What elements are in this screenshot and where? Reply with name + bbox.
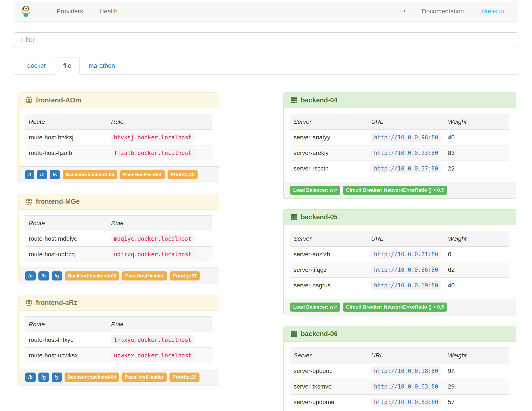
route-row: route-host-btvksjbtvksj.docker.localhost [25, 130, 212, 145]
tab-file-link[interactable]: file [55, 57, 80, 75]
column-header-rule: Rule [107, 215, 212, 231]
url-cell: http://10.0.0.21:80 [368, 246, 444, 262]
backend-panel-body: Server URL Weight server-aozfzbhttp://10… [284, 225, 516, 299]
config-label: Priority:29 [170, 372, 200, 382]
navbar-left-links: Providers Health [48, 1, 126, 21]
rule-cell: btvksj.docker.localhost [107, 130, 212, 145]
server-row: server-rscctnhttp://10.0.0.57:8022 [290, 161, 509, 176]
nav-item-root-slash[interactable]: / [395, 1, 413, 21]
servers-table: Server URL Weight server-opbuophttp://10… [290, 347, 509, 410]
nav-item-health[interactable]: Health [91, 1, 126, 21]
server-name: server-updome [290, 394, 368, 410]
rule-code: btvksj.docker.localhost [111, 133, 194, 142]
column-header-weight: Weight [444, 114, 509, 130]
backend-panel: backend-05 Server URL Weight server-aozf… [283, 209, 516, 316]
url-cell: http://10.0.0.57:80 [368, 161, 444, 176]
servers-table-header-row: Server URL Weight [290, 231, 509, 246]
routes-table-header-row: Route Rule [25, 317, 212, 332]
route-name: route-host-btvksj [25, 130, 107, 145]
server-icon [290, 97, 297, 104]
rule-cell: ucwksx.docker.localhost [107, 348, 212, 363]
server-row: server-jifqgzhttp://10.0.0.86:8062 [290, 262, 509, 278]
routes-table: Route Rule route-host-btvksjbtvksj.docke… [25, 114, 212, 161]
panel-footer: Load Balancer: wrrCircuit Breaker: Netwo… [284, 182, 516, 198]
tab-docker-link[interactable]: docker [19, 57, 55, 75]
column-header-url: URL [368, 231, 444, 246]
route-row: route-host-udtrzqudtrzq.docker.localhost [25, 246, 212, 262]
column-header-url: URL [368, 114, 444, 130]
nav-item-providers[interactable]: Providers [48, 1, 91, 21]
rule-code: lntxye.docker.localhost [111, 335, 194, 344]
traefik-logo-icon [21, 6, 31, 17]
panel-title: frontend-AOm [36, 96, 81, 104]
path-label: /t [25, 170, 34, 179]
backend-config-label: Load Balancer: wrr [290, 186, 340, 195]
servers-table: Server URL Weight server-anatyyhttp://10… [290, 114, 509, 176]
path-label: /s [50, 170, 60, 179]
config-label: Priority:40 [168, 170, 198, 179]
servers-table-header-row: Server URL Weight [290, 348, 509, 363]
route-name: route-host-lntxye [25, 332, 107, 348]
provider-tabs: docker file marathon [14, 57, 518, 75]
server-url-link[interactable]: http://10.0.0.23:80 [371, 148, 441, 157]
rule-code: ucwksx.docker.localhost [111, 351, 194, 360]
path-label: /g [52, 271, 62, 281]
server-weight: 29 [445, 379, 509, 394]
server-name: server-arekjy [290, 145, 368, 161]
config-label: Priority:37 [170, 271, 200, 281]
server-row: server-tksmvohttp://10.0.0.63:8029 [290, 379, 509, 394]
frontend-panel: frontend-aRz Route Rule route-host-lntxy… [18, 295, 219, 386]
column-header-server: Server [290, 348, 368, 363]
panel-title: frontend-MGe [36, 198, 80, 206]
tab-marathon: marathon [80, 57, 124, 74]
config-label: Backend:backend-04 [65, 372, 119, 382]
server-url-link[interactable]: http://10.0.0.63:80 [371, 382, 441, 391]
server-row: server-nsgrushttp://10.0.0.19:8040 [290, 278, 509, 293]
server-url-link[interactable]: http://10.0.0.83:80 [371, 398, 441, 407]
server-url-link[interactable]: http://10.0.0.96:80 [371, 133, 441, 142]
globe-icon [25, 97, 33, 104]
routes-table: Route Rule route-host-lntxyelntxye.docke… [25, 316, 212, 363]
server-url-link[interactable]: http://10.0.0.57:80 [371, 164, 441, 173]
server-row: server-updomehttp://10.0.0.83:8057 [290, 394, 509, 410]
route-name: route-host-fjzalb [25, 145, 107, 161]
server-url-link[interactable]: http://10.0.0.18:80 [371, 366, 441, 376]
column-header-server: Server [290, 114, 368, 130]
routes-table-header-row: Route Rule [25, 215, 212, 231]
backend-panel-heading: backend-04 [284, 93, 516, 108]
server-row: server-opbuophttp://10.0.0.18:8092 [290, 363, 509, 379]
navbar-right-links: / Documentation traefik.io [395, 1, 518, 21]
backend-panel-body: Server URL Weight server-anatyyhttp://10… [284, 108, 516, 182]
path-label: /y [52, 372, 62, 382]
panel-title: frontend-aRz [36, 299, 77, 307]
rule-cell: fjzalb.docker.localhost [107, 145, 212, 161]
filter-input[interactable] [14, 32, 518, 47]
panel-title: backend-05 [301, 213, 338, 221]
globe-icon [25, 198, 33, 205]
path-label: /h [38, 271, 49, 281]
routes-table-header-row: Route Rule [25, 114, 212, 130]
server-weight: 92 [445, 363, 509, 379]
frontend-panel-heading: frontend-MGe [19, 194, 219, 210]
navbar-brand[interactable] [14, 6, 37, 17]
server-name: server-aozfzb [290, 246, 368, 262]
config-label: PassHostHeader [122, 271, 167, 281]
server-weight: 22 [444, 161, 509, 176]
nav-item-traefik-io[interactable]: traefik.io [472, 1, 512, 21]
server-url-link[interactable]: http://10.0.0.19:80 [371, 281, 441, 290]
server-name: server-anatyy [290, 130, 368, 145]
panel-footer: /t/z/sBackend:backend-05PassHostHeaderPr… [19, 166, 219, 183]
server-weight: 83 [444, 145, 509, 161]
server-row: server-anatyyhttp://10.0.0.96:8040 [290, 130, 509, 145]
tab-marathon-link[interactable]: marathon [80, 57, 124, 75]
server-url-link[interactable]: http://10.0.0.21:80 [371, 250, 441, 259]
nav-item-documentation[interactable]: Documentation [413, 1, 472, 21]
server-url-link[interactable]: http://10.0.0.86:80 [371, 265, 441, 274]
server-name: server-opbuop [290, 363, 368, 379]
rule-code: mdqiyc.docker.localhost [111, 234, 194, 243]
column-header-url: URL [368, 348, 444, 363]
rule-code: udtrzq.docker.localhost [111, 250, 194, 259]
route-name: route-host-udtrzq [25, 246, 107, 262]
panel-footer: /b/g/yBackend:backend-04PassHostHeaderPr… [19, 369, 219, 385]
backend-panel-body: Server URL Weight server-opbuophttp://10… [284, 342, 516, 411]
